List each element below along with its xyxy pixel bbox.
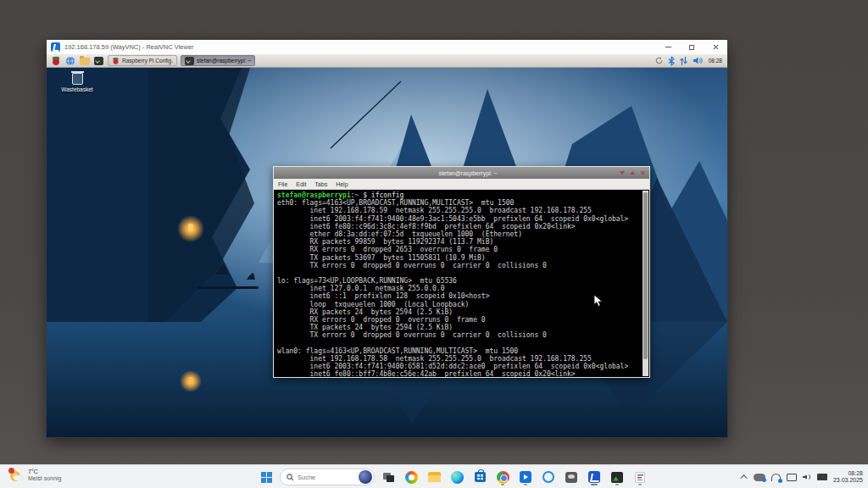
editor-app-button[interactable]	[631, 468, 649, 486]
terminal-output-line: TX packets 53697 bytes 11505831 (10.9 Mi…	[277, 254, 641, 262]
terminal-output-line: wlan0: flags=4163<UP,BROADCAST,RUNNING,M…	[277, 347, 641, 355]
close-icon[interactable]	[704, 40, 727, 54]
terminal-output-line: inet6 fe80::c96d:3c8c:4ef8:f9bd prefixle…	[277, 223, 641, 230]
headset-icon[interactable]	[771, 474, 781, 481]
terminal-output-line: inet6 2003:f4:f741:9400:48e9:3ac1:5043:e…	[277, 215, 641, 223]
volume-icon[interactable]	[803, 474, 811, 481]
start-button[interactable]	[257, 468, 275, 486]
task-label: Raspberry Pi Config.	[122, 58, 173, 64]
hidden-icons-chevron[interactable]	[740, 474, 747, 481]
weather-condition: Meist sonnig	[28, 475, 61, 482]
desktop-icon-wastebasket[interactable]: Wastebasket	[58, 73, 96, 92]
task-view-button[interactable]	[379, 468, 398, 486]
terminal-output-line: inet 192.168.178.59 netmask 255.255.255.…	[277, 207, 641, 214]
terminal-output-line: RX packets 99859 bytes 119292374 (113.7 …	[277, 238, 641, 246]
close-icon[interactable]	[640, 170, 645, 175]
taskbar-task-raspi-config[interactable]: Raspberry Pi Config.	[108, 55, 177, 66]
edge-icon	[451, 471, 464, 484]
terminal-output-line	[277, 269, 641, 277]
minimize-icon[interactable]	[656, 40, 680, 54]
weather-widget[interactable]: 7°C Meist sonnig	[8, 468, 61, 483]
gimp-button[interactable]	[562, 468, 581, 486]
terminal-output-line: eth0: flags=4163<UP,BROADCAST,RUNNING,MU…	[277, 199, 641, 207]
volume-icon[interactable]	[693, 56, 703, 65]
blue-media-app-icon	[520, 471, 531, 483]
raspberry-menu-icon[interactable]	[50, 55, 61, 66]
search-icon	[287, 474, 294, 481]
terminal-output-line: inet 192.168.178.58 netmask 255.255.255.…	[277, 355, 641, 363]
clock-date: 23.03.2025	[833, 477, 863, 484]
search-daily-image[interactable]	[359, 470, 372, 484]
taskbar-task-terminal[interactable]: stefan@raspberrypi: ~	[181, 55, 255, 66]
gimp-icon	[565, 472, 577, 483]
windows-desktop: { "vnc_window": { "title": "192.168.178.…	[0, 0, 868, 488]
menu-item[interactable]: Help	[331, 181, 352, 187]
copilot-button[interactable]	[402, 468, 420, 486]
updates-icon[interactable]	[654, 56, 664, 65]
terminal-output-line: TX errors 0 dropped 0 overruns 0 carrier…	[277, 331, 641, 339]
terminal-output-line: RX errors 0 dropped 2653 overruns 0 fram…	[277, 246, 641, 253]
store-button[interactable]	[470, 468, 489, 486]
file-explorer-button[interactable]	[425, 468, 443, 486]
scrollbar-thumb[interactable]	[643, 192, 648, 359]
terminal-body[interactable]: stefan@raspberrypi:~ $ ifconfig eth0: fl…	[274, 190, 649, 377]
terminal-titlebar[interactable]: stefan@raspberrypi: ~	[274, 167, 649, 179]
vnc-titlebar[interactable]: 192.168.178.59 (WayVNC) - RealVNC Viewer	[47, 40, 727, 54]
chrome-button[interactable]	[493, 468, 512, 486]
search-box[interactable]	[280, 469, 375, 485]
terminal-output-line: TX errors 0 dropped 0 overruns 0 carrier…	[277, 262, 641, 269]
blue-circle-app-button[interactable]	[539, 468, 558, 486]
maximize-icon[interactable]	[630, 171, 635, 175]
task-label: stefan@raspberrypi: ~	[197, 58, 251, 64]
blue-circle-app-icon	[542, 471, 554, 483]
file-manager-icon[interactable]	[79, 55, 90, 66]
terminal-window: stefan@raspberrypi: ~ FileEditTabsHelp s…	[273, 166, 650, 378]
minimize-icon[interactable]	[620, 171, 625, 175]
pi-tray: 08:28	[654, 56, 724, 66]
clock-time: 08:28	[833, 470, 863, 477]
terminal-output-line: RX errors 0 dropped 0 overruns 0 frame 0	[277, 316, 641, 324]
bluetooth-icon[interactable]	[668, 56, 675, 66]
realvnc-app-icon	[51, 42, 60, 52]
terminal-scrollbar[interactable]	[643, 191, 648, 376]
terminal-icon[interactable]	[93, 55, 104, 66]
file-explorer-icon	[428, 472, 441, 482]
terminal-output-line: lo: flags=73<UP,LOOPBACK,RUNNING> mtu 65…	[277, 277, 641, 285]
display-icon[interactable]	[787, 474, 797, 481]
terminal-output: stefan@raspberrypi:~ $ ifconfig eth0: fl…	[277, 191, 641, 377]
pi-desktop: Wastebasket stefan@raspberrypi: ~ FileEd…	[47, 68, 727, 437]
menu-item[interactable]: File	[274, 181, 292, 187]
weather-temperature: 7°C	[28, 469, 61, 475]
taskbar-clock[interactable]: 08:28 23.03.2025	[833, 470, 863, 484]
search-input[interactable]	[298, 474, 355, 481]
store-icon	[475, 472, 486, 482]
terminal-output-line: inet6 ::1 prefixlen 128 scopeid 0x10<hos…	[277, 292, 641, 300]
onedrive-cloud-icon[interactable]	[754, 474, 765, 481]
dark-green-app-icon	[611, 472, 623, 483]
edge-button[interactable]	[448, 468, 466, 486]
terminal-output-line: inet6 2003:f4:f741:9400:6581:d52d:ddc2:a…	[277, 363, 641, 370]
battery-icon[interactable]	[817, 474, 827, 480]
prompt-command: $ ifconfig	[359, 191, 403, 199]
realvnc-button[interactable]	[585, 468, 604, 486]
menu-item[interactable]: Edit	[292, 181, 310, 187]
chrome-icon	[497, 471, 509, 484]
browser-globe-icon[interactable]	[64, 55, 75, 66]
copilot-icon	[405, 471, 418, 484]
terminal-output-line: TX packets 24 bytes 2594 (2.5 KiB)	[277, 324, 641, 331]
pi-clock[interactable]: 08:28	[707, 58, 724, 64]
terminal-prompt-line: stefan@raspberrypi:~ $ ifconfig	[277, 191, 641, 199]
pi-taskbar: Raspberry Pi Config. stefan@raspberrypi:…	[47, 54, 727, 68]
maximize-icon[interactable]	[680, 40, 704, 54]
dark-green-app-button[interactable]	[608, 468, 626, 486]
network-arrows-icon[interactable]	[679, 56, 688, 66]
vnc-window-title: 192.168.178.59 (WayVNC) - RealVNC Viewer	[64, 43, 656, 51]
blue-media-app-button[interactable]	[516, 468, 535, 486]
terminal-output-line	[277, 340, 641, 347]
menu-item[interactable]: Tabs	[310, 181, 331, 187]
realvnc-icon	[588, 471, 600, 483]
terminal-output-line: inet 127.0.0.1 netmask 255.0.0.0	[277, 285, 641, 292]
task-view-icon	[383, 473, 394, 482]
terminal-output-line: inet6 fe80::bff7:4b8e:c56e:42ab prefixle…	[277, 370, 641, 377]
realvnc-viewer-window: 192.168.178.59 (WayVNC) - RealVNC Viewer	[47, 40, 727, 437]
